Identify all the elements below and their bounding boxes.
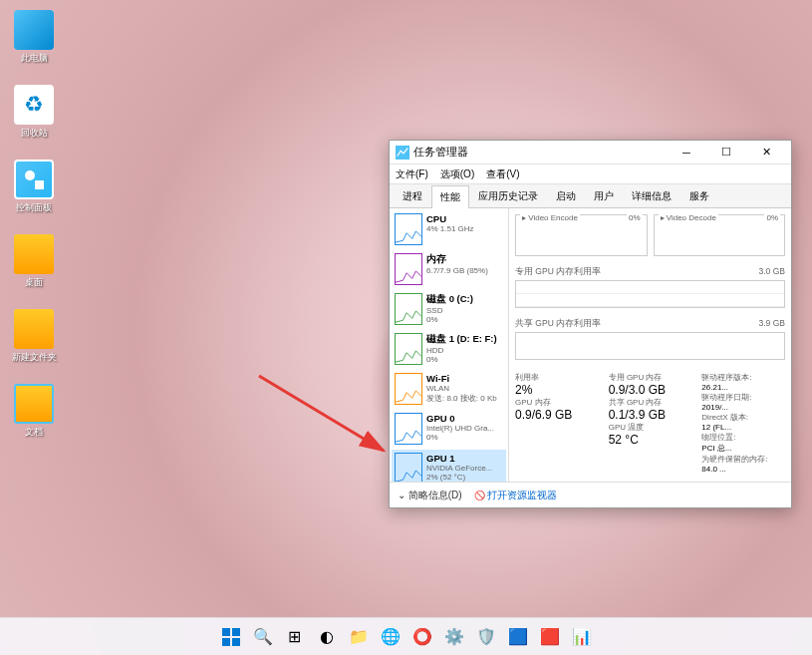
content-area: CPU4% 1.51 GHz内存6.7/7.9 GB (85%)磁盘 0 (C:…: [390, 208, 791, 482]
resource-sub: 0%: [426, 433, 503, 442]
svg-rect-4: [222, 628, 230, 636]
security-button[interactable]: 🛡️: [472, 623, 500, 651]
menu-file[interactable]: 文件(F): [396, 167, 428, 181]
open-resource-monitor-link[interactable]: 打开资源监视器: [474, 489, 558, 502]
stats-grid: 利用率2%GPU 内存0.9/6.9 GB专用 GPU 内存0.9/3.0 GB…: [515, 372, 785, 474]
close-button[interactable]: ✕: [747, 142, 785, 164]
resource-item-1def[interactable]: 磁盘 1 (D: E: F:)HDD0%: [392, 330, 506, 368]
resource-item-[interactable]: 内存6.7/7.9 GB (85%): [392, 250, 506, 288]
window-controls: ─ ☐ ✕: [668, 142, 785, 164]
taskbar[interactable]: 🔍 ⊞ ◐ 📁 🌐 ⭕ ⚙️ 🛡️ 🟦 🟥 📊: [0, 617, 812, 655]
encoder-row: ▸ Video Encode 0% ▸ Video Decode 0%: [515, 214, 785, 256]
resource-name: GPU 1: [426, 453, 503, 464]
resource-sub: 4% 1.51 GHz: [426, 224, 503, 233]
icon-label: 回收站: [21, 127, 48, 140]
icon-label: 控制面板: [16, 201, 52, 214]
desktop-icon-control-panel[interactable]: 控制面板: [10, 160, 58, 214]
resource-sub: SSD: [426, 306, 503, 315]
icon-label: 文档: [25, 426, 43, 439]
app-button[interactable]: 🟥: [536, 623, 564, 651]
stat-value: 12 (FL...: [701, 423, 785, 432]
desktop-icons-area: 此电脑 回收站 控制面板 桌面 新建文件夹 文档: [10, 10, 58, 439]
minimize-button[interactable]: ─: [668, 142, 705, 164]
tab-users[interactable]: 用户: [585, 184, 623, 207]
resource-name: 磁盘 0 (C:): [426, 293, 503, 306]
tab-details[interactable]: 详细信息: [623, 184, 680, 207]
resource-item-gpu0[interactable]: GPU 0Intel(R) UHD Gra...0%: [392, 410, 506, 448]
edge-button[interactable]: 🌐: [377, 623, 405, 651]
resource-sub: 0%: [426, 315, 503, 324]
mini-graph: [395, 253, 422, 285]
resource-item-cpu[interactable]: CPU4% 1.51 GHz: [392, 210, 506, 248]
tab-services[interactable]: 服务: [680, 184, 718, 207]
maximize-button[interactable]: ☐: [707, 142, 745, 164]
svg-rect-7: [232, 638, 240, 646]
stat-label: 共享 GPU 内存: [609, 397, 692, 408]
pc-icon: [14, 10, 54, 50]
stat-value: PCI 总...: [701, 443, 785, 454]
bin-icon: [14, 85, 54, 125]
stat-value: 26.21...: [701, 383, 785, 392]
stat-value: 2%: [515, 383, 599, 397]
desktop-icon-folder[interactable]: 新建文件夹: [10, 309, 58, 364]
explorer-button[interactable]: 📁: [345, 623, 373, 651]
stat-label: GPU 内存: [515, 397, 599, 408]
stat-label: DirectX 版本:: [701, 412, 785, 423]
svg-rect-5: [232, 628, 240, 636]
video-encode-graph[interactable]: ▸ Video Encode 0%: [515, 214, 648, 256]
mini-graph: [395, 413, 422, 445]
resource-sub: 发送: 8.0 接收: 0 Kb: [426, 393, 503, 404]
icon-label: 此电脑: [21, 52, 48, 65]
resource-sub: NVIDIA GeForce...: [426, 464, 503, 473]
menu-view[interactable]: 查看(V): [486, 167, 519, 181]
resource-item-wifi[interactable]: Wi-FiWLAN发送: 8.0 接收: 0 Kb: [392, 370, 506, 408]
stat-value: 52 °C: [609, 433, 692, 447]
desktop-icon-folder[interactable]: 桌面: [10, 234, 58, 289]
resource-item-gpu1[interactable]: GPU 1NVIDIA GeForce...2% (52 °C): [392, 450, 506, 482]
resource-sub: HDD: [426, 346, 503, 355]
menu-options[interactable]: 选项(O): [440, 167, 474, 181]
menubar: 文件(F) 选项(O) 查看(V): [390, 164, 791, 184]
mem-label: 专用 GPU 内存利用率 3.0 GB: [515, 266, 785, 278]
titlebar[interactable]: 任务管理器 ─ ☐ ✕: [390, 141, 791, 164]
stat-label: 物理位置:: [701, 432, 785, 443]
mem-label: 共享 GPU 内存利用率 3.9 GB: [515, 318, 785, 330]
graph-percent: 0%: [764, 213, 780, 222]
settings-button[interactable]: ⚙️: [440, 623, 468, 651]
svg-rect-1: [35, 180, 44, 189]
folder-icon: [14, 309, 54, 349]
resource-item-0c[interactable]: 磁盘 0 (C:)SSD0%: [392, 290, 506, 328]
mem-graph[interactable]: [515, 280, 785, 308]
stat-label: 利用率: [515, 372, 599, 383]
desktop-icon-recycle-bin[interactable]: 回收站: [10, 85, 58, 140]
stat-value: 0.9/6.9 GB: [515, 408, 599, 422]
tabbar: 进程 性能 应用历史记录 启动 用户 详细信息 服务: [390, 184, 791, 208]
app-button[interactable]: 🟦: [504, 623, 532, 651]
graph-label: ▸ Video Decode: [659, 213, 718, 222]
tab-startup[interactable]: 启动: [547, 184, 585, 207]
chrome-button[interactable]: ⭕: [408, 623, 436, 651]
mini-graph: [395, 293, 422, 325]
resource-sidebar[interactable]: CPU4% 1.51 GHz内存6.7/7.9 GB (85%)磁盘 0 (C:…: [390, 208, 509, 482]
tab-history[interactable]: 应用历史记录: [469, 184, 547, 207]
toggle-details-button[interactable]: ⌄ 简略信息(D): [398, 489, 462, 502]
start-button[interactable]: [217, 623, 245, 651]
widgets-button[interactable]: ◐: [313, 623, 341, 651]
video-decode-graph[interactable]: ▸ Video Decode 0%: [654, 214, 786, 256]
app-button[interactable]: 📊: [568, 623, 596, 651]
folder-icon: [14, 384, 54, 424]
mem-graph[interactable]: [515, 332, 785, 360]
stat-value: 0.1/3.9 GB: [609, 408, 692, 422]
desktop-icon-folder[interactable]: 文档: [10, 384, 58, 439]
task-view-button[interactable]: ⊞: [281, 623, 309, 651]
stat-label: 为硬件保留的内存:: [701, 454, 785, 465]
shared-gpu-mem: 共享 GPU 内存利用率 3.9 GB: [515, 318, 785, 360]
window-title: 任务管理器: [413, 145, 668, 160]
resource-sub: 2% (52 °C): [426, 473, 503, 482]
tab-performance[interactable]: 性能: [431, 185, 469, 208]
stat-label: 专用 GPU 内存: [609, 372, 692, 383]
resource-sub: 6.7/7.9 GB (85%): [426, 266, 503, 275]
search-button[interactable]: 🔍: [249, 623, 277, 651]
tab-processes[interactable]: 进程: [394, 184, 431, 207]
desktop-icon-this-pc[interactable]: 此电脑: [10, 10, 58, 65]
